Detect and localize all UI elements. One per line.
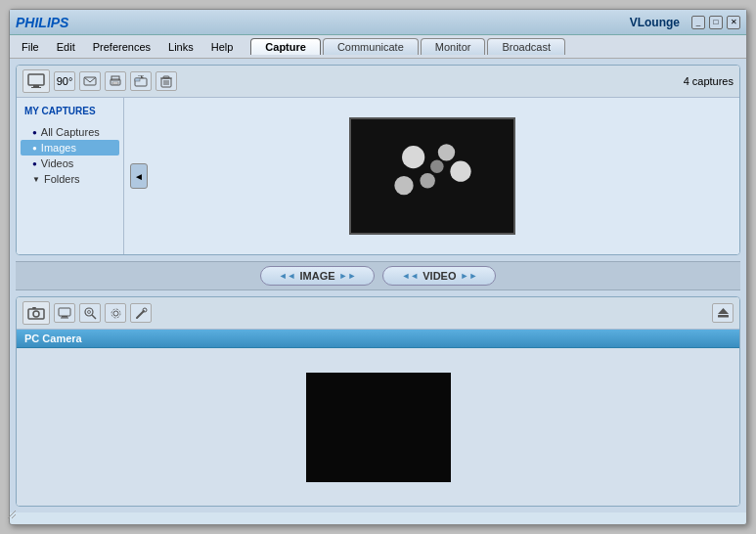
sidebar-item-folders[interactable]: ▼ Folders [21, 171, 119, 187]
svg-point-35 [143, 308, 147, 312]
title-bar: PHILIPS VLounge _ □ ✕ [10, 10, 746, 35]
svg-point-29 [85, 308, 93, 316]
image-mode-button[interactable]: ◄◄ IMAGE ►► [260, 266, 376, 286]
video-mode-button[interactable]: ◄◄ VIDEO ►► [382, 266, 496, 286]
captures-count: 4 captures [684, 75, 734, 87]
sidebar-label: Folders [44, 173, 80, 185]
preview-area: ◄ [124, 98, 739, 254]
svg-point-21 [394, 176, 413, 195]
right-arrow-icon: ►► [339, 271, 357, 281]
content-area: 90° [10, 59, 746, 512]
camera-toolbar-left [22, 301, 152, 325]
print-icon-btn[interactable] [105, 71, 126, 91]
image-mode-label: IMAGE [300, 270, 335, 282]
svg-line-39 [12, 514, 16, 518]
svg-line-34 [137, 311, 144, 318]
sidebar-label: Images [41, 142, 76, 154]
close-button[interactable]: ✕ [727, 16, 740, 29]
bullet-icon: ● [32, 159, 37, 168]
zoom-icon-btn[interactable] [79, 303, 101, 323]
menu-links[interactable]: Links [160, 39, 201, 55]
bullet-icon: ● [32, 144, 37, 153]
svg-rect-2 [31, 87, 41, 88]
bullet-icon: ● [32, 128, 37, 137]
svg-point-19 [450, 161, 470, 182]
export-icon-btn[interactable] [130, 71, 152, 91]
menu-bar: File Edit Preferences Links Help Capture… [10, 35, 746, 59]
tools-icon-btn[interactable] [130, 303, 152, 323]
svg-line-31 [92, 315, 96, 319]
svg-point-32 [113, 311, 118, 316]
menu-preferences[interactable]: Preferences [85, 39, 158, 55]
tab-broadcast[interactable]: Broadcast [487, 38, 565, 55]
eject-icon-btn[interactable] [712, 303, 734, 323]
svg-point-20 [420, 173, 434, 188]
svg-rect-28 [61, 318, 68, 319]
minimize-button[interactable]: _ [691, 16, 705, 29]
tab-communicate[interactable]: Communicate [323, 38, 419, 55]
camera-toolbar [17, 297, 739, 330]
svg-point-18 [437, 144, 454, 160]
camera-capture-btn[interactable] [22, 301, 50, 325]
arrow-icon: ▼ [32, 175, 40, 184]
main-window: PHILIPS VLounge _ □ ✕ File Edit Preferen… [9, 9, 747, 525]
captures-toolbar-left: 90° [22, 69, 177, 93]
sidebar-item-all-captures[interactable]: ● All Captures [21, 124, 119, 140]
svg-point-30 [87, 310, 90, 313]
prev-nav-button[interactable]: ◄ [130, 163, 148, 189]
svg-point-33 [111, 309, 120, 318]
app-title: VLounge [630, 16, 680, 29]
menu-file[interactable]: File [14, 39, 47, 55]
sidebar-item-images[interactable]: ● Images [21, 140, 119, 156]
svg-rect-27 [62, 316, 67, 318]
svg-line-38 [8, 511, 16, 518]
sidebar: MY CAPTURES ● All Captures ● Images ● Vi… [17, 98, 124, 254]
video-mode-label: VIDEO [422, 270, 456, 282]
svg-rect-1 [33, 85, 39, 87]
svg-rect-37 [718, 315, 729, 318]
settings-icon-btn[interactable] [105, 303, 126, 323]
camera-label-bar: PC Camera [17, 330, 739, 348]
camera-monitor-btn[interactable] [54, 303, 75, 323]
rotate-icon-btn[interactable]: 90° [54, 71, 75, 91]
right-arrow-icon: ►► [460, 271, 477, 281]
camera-view [17, 348, 739, 506]
sidebar-label: Videos [41, 157, 73, 169]
svg-rect-6 [112, 82, 118, 84]
resize-handle[interactable] [8, 511, 20, 522]
svg-rect-12 [163, 76, 169, 78]
svg-marker-36 [718, 308, 729, 314]
svg-rect-0 [28, 74, 44, 85]
sidebar-item-videos[interactable]: ● Videos [21, 156, 119, 171]
captures-panel: 90° [16, 65, 740, 255]
svg-point-17 [402, 146, 424, 168]
svg-rect-25 [32, 307, 36, 309]
captures-toolbar: 90° [17, 66, 739, 98]
captured-image-preview [349, 117, 515, 235]
svg-rect-26 [59, 308, 70, 316]
camera-preview-image [306, 373, 451, 482]
title-bar-controls: VLounge _ □ ✕ [630, 16, 740, 29]
app-logo: PHILIPS [16, 15, 68, 30]
sidebar-label: All Captures [41, 126, 100, 138]
tab-monitor[interactable]: Monitor [421, 38, 486, 55]
email-icon-btn[interactable] [79, 71, 101, 91]
left-arrow-icon: ◄◄ [401, 271, 419, 281]
svg-point-24 [33, 311, 39, 317]
left-arrow-icon: ◄◄ [279, 271, 296, 281]
camera-panel: PC Camera [16, 296, 740, 507]
tab-capture[interactable]: Capture [250, 38, 321, 55]
captures-body: MY CAPTURES ● All Captures ● Images ● Vi… [17, 98, 739, 254]
maximize-button[interactable]: □ [709, 16, 723, 29]
menu-edit[interactable]: Edit [49, 39, 83, 55]
svg-rect-8 [135, 78, 140, 81]
mode-buttons: ◄◄ IMAGE ►► ◄◄ VIDEO ►► [16, 261, 740, 290]
nav-tabs: Capture Communicate Monitor Broadcast [250, 38, 565, 55]
delete-icon-btn[interactable] [156, 71, 177, 91]
logo-text: PHILIPS [16, 15, 68, 30]
sidebar-title: MY CAPTURES [21, 104, 119, 118]
svg-point-22 [430, 160, 444, 174]
menu-help[interactable]: Help [203, 39, 242, 55]
monitor-icon-btn[interactable] [22, 69, 50, 93]
